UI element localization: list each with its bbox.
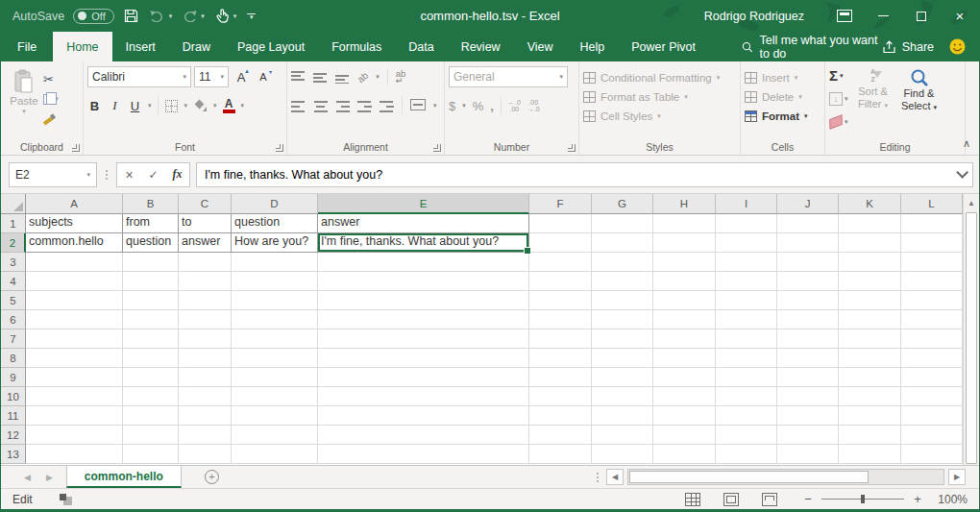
cell-K2[interactable] [839,233,901,253]
orientation-button[interactable]: ab [355,69,371,85]
cell-K7[interactable] [839,329,901,349]
cell-C5[interactable] [179,291,232,310]
alignment-dialog-launcher[interactable] [433,144,441,152]
undo-button[interactable] [149,7,166,26]
column-header-E[interactable]: E [318,194,529,214]
row-header-1[interactable]: 1 [1,214,26,233]
cell-B6[interactable] [123,310,179,329]
cell-C8[interactable] [179,349,232,368]
tell-me-box[interactable]: Tell me what you want to do [742,32,882,61]
increase-decimal-button[interactable]: ←.0.00 [508,99,521,112]
accounting-dropdown-icon[interactable]: ▾ [462,102,466,110]
cell-J5[interactable] [777,291,839,310]
cell-I5[interactable] [716,291,777,310]
cell-J9[interactable] [777,368,839,387]
cell-H12[interactable] [653,426,716,445]
minimize-button[interactable] [864,0,902,32]
cell-I9[interactable] [716,368,777,387]
cell-K3[interactable] [839,253,901,272]
cell-C10[interactable] [179,387,232,406]
borders-dropdown-icon[interactable]: ▾ [184,102,188,110]
cell-K4[interactable] [839,272,901,291]
cell-H13[interactable] [653,445,716,464]
cell-C9[interactable] [179,368,232,387]
cell-G8[interactable] [592,349,653,368]
increase-indent-button[interactable] [380,100,394,112]
cell-L13[interactable] [901,445,963,464]
percent-style-button[interactable]: % [473,99,484,113]
tab-formulas[interactable]: Formulas [318,32,395,61]
cell-B10[interactable] [123,387,179,406]
cell-H1[interactable] [653,214,716,233]
cell-styles-button[interactable]: Cell Styles▾ [583,107,736,126]
column-header-H[interactable]: H [653,194,716,214]
tab-help[interactable]: Help [567,32,619,61]
cell-D4[interactable] [232,272,318,291]
fill-button[interactable]: ↓▾ [829,90,848,108]
decrease-font-size-button[interactable]: A▾ [254,67,273,86]
tab-home[interactable]: Home [53,32,111,61]
cell-G11[interactable] [592,406,653,426]
row-header-9[interactable]: 9 [1,368,26,387]
merge-center-dropdown-icon[interactable]: ▾ [433,102,437,110]
ribbon-display-options-button[interactable] [825,0,864,32]
cell-A5[interactable] [26,291,123,310]
cell-B4[interactable] [123,272,179,291]
cell-B1[interactable]: from [123,214,179,233]
cell-G1[interactable] [592,214,653,233]
merge-center-button[interactable] [410,99,426,113]
formula-input[interactable]: I'm fine, thanks. What about you? [196,162,973,187]
cell-J12[interactable] [777,426,839,445]
cell-H6[interactable] [653,310,716,329]
cell-B3[interactable] [123,253,179,272]
cell-G10[interactable] [592,387,653,406]
cell-G4[interactable] [592,272,653,291]
align-center-button[interactable] [313,100,328,112]
zoom-level[interactable]: 100% [931,493,968,506]
cell-F6[interactable] [529,310,592,329]
name-box-dropdown-icon[interactable]: ▾ [86,171,90,179]
enter-entry-button[interactable]: ✓ [141,163,165,186]
bold-button[interactable]: B [87,96,102,115]
scrollbar-resize-handle[interactable] [597,473,599,482]
feedback-smiley-button[interactable] [949,32,966,61]
sheet-tab-common-hello[interactable]: common-hello [66,466,182,488]
italic-button[interactable]: I [108,96,122,115]
cell-F9[interactable] [529,368,592,387]
tab-data[interactable]: Data [395,32,447,61]
cell-F12[interactable] [529,426,592,445]
cell-L7[interactable] [901,329,963,349]
cell-K13[interactable] [839,445,901,464]
row-header-3[interactable]: 3 [1,253,26,272]
cell-H11[interactable] [653,406,716,426]
zoom-out-button[interactable]: − [802,492,814,506]
cell-E7[interactable] [318,329,529,349]
cell-F11[interactable] [529,406,592,426]
row-header-7[interactable]: 7 [1,329,26,349]
cell-H8[interactable] [653,349,716,368]
zoom-slider-thumb[interactable] [861,495,865,503]
zoom-in-button[interactable]: + [912,492,923,506]
cell-E6[interactable] [318,310,529,329]
cell-B8[interactable] [123,349,179,368]
cell-A8[interactable] [26,349,123,368]
cell-C7[interactable] [179,329,232,349]
clear-button[interactable]: ▾ [829,113,848,131]
font-color-dropdown-icon[interactable]: ▾ [241,102,245,110]
cell-D7[interactable] [232,329,318,349]
cell-A11[interactable] [26,406,123,426]
row-header-11[interactable]: 11 [1,406,26,426]
user-name[interactable]: Rodrigo Rodriguez [704,10,804,23]
cell-K9[interactable] [839,368,901,387]
cell-F10[interactable] [529,387,592,406]
cell-L1[interactable] [901,214,963,233]
cell-G7[interactable] [592,329,653,349]
page-break-preview-button[interactable] [762,493,777,506]
cell-G12[interactable] [592,426,653,445]
cell-C12[interactable] [179,426,232,445]
previous-sheet-button[interactable]: ◀ [24,473,31,482]
cell-E2[interactable]: I'm fine, thanks. What about you? [318,233,529,253]
row-header-5[interactable]: 5 [1,291,26,310]
cell-E4[interactable] [318,272,529,291]
cell-F4[interactable] [529,272,592,291]
